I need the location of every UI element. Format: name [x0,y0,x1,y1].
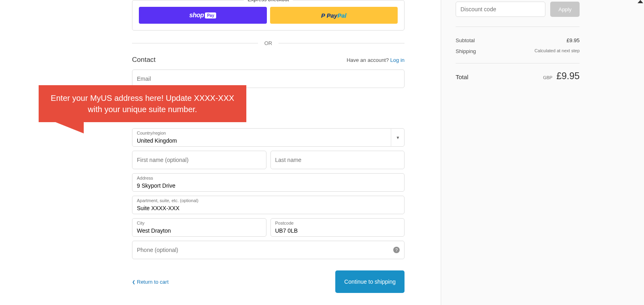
paypal-logo: P PayPal [321,12,347,19]
express-checkout-box: Express checkout shopPay P PayPal [132,0,405,31]
last-name-input[interactable] [270,151,405,169]
city-input[interactable] [132,218,266,237]
postcode-input[interactable] [270,218,405,237]
country-select[interactable]: Country/region ▼ [132,128,405,147]
apply-discount-button[interactable]: Apply [550,2,580,17]
contact-heading: Contact [132,56,156,64]
apartment-input[interactable] [132,196,405,214]
login-link[interactable]: Log in [390,57,405,63]
country-value[interactable] [132,128,405,147]
chevron-down-icon[interactable]: ▼ [391,128,405,147]
shipping-row: Shipping Calculated at next step [456,46,580,57]
continue-to-shipping-button[interactable]: Continue to shipping [335,270,405,293]
address-input[interactable] [132,173,405,192]
phone-input[interactable] [132,241,405,259]
paypal-button[interactable]: P PayPal [270,7,398,24]
help-icon[interactable]: ? [393,247,400,253]
callout-pointer [43,117,84,133]
express-checkout-label: Express checkout [244,0,293,2]
discount-code-input[interactable] [456,2,545,17]
shop-pay-badge: Pay [205,12,216,18]
or-divider: OR [132,40,405,46]
instruction-callout: Enter your MyUS address here! Update XXX… [39,85,246,122]
subtotal-row: Subtotal £9.95 [456,35,580,46]
callout-text: Enter your MyUS address here! Update XXX… [39,85,246,122]
shop-pay-button[interactable]: shopPay [139,7,267,24]
chevron-left-icon: ❮ [132,280,135,284]
first-name-input[interactable] [132,151,266,169]
total-row: Total GBP £9.95 [456,63,580,82]
return-to-cart-link[interactable]: ❮ Return to cart [132,279,169,285]
scroll-up-icon[interactable] [638,0,643,3]
shop-pay-logo: shop [189,12,204,19]
have-account-text: Have an account? Log in [347,57,405,63]
